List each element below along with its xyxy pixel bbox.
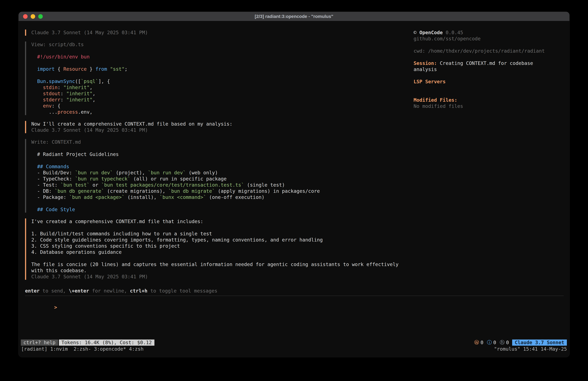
traffic-lights <box>23 12 43 21</box>
text-segment <box>31 85 43 90</box>
tmux-window-list[interactable]: [radiant] 1:nvim 2:zsh- 3:opencode* 4:zs… <box>21 346 144 352</box>
text-segment: "inherit" <box>66 97 93 103</box>
text-segment: - Build/Dev: <box>31 170 75 176</box>
assistant-message-block: Now I'll create a comprehensive CONTEXT.… <box>25 121 414 133</box>
text-line <box>414 42 564 48</box>
text-segment: 3. CSS styling conventions specific to t… <box>31 243 180 249</box>
text-segment <box>31 103 43 109</box>
text-line: ## Commands <box>31 163 414 170</box>
model-chip[interactable]: Claude 3.7 Sonnet <box>512 339 567 346</box>
text-segment: "inherit" <box>66 91 93 96</box>
hint-count: 0 <box>506 340 509 345</box>
text-line: No modified files <box>414 103 564 109</box>
tokens-cost-chip: Tokens: 16.4K (8%), Cost: $0.12 <box>59 339 154 346</box>
help-chip[interactable]: ctrl+? help <box>21 339 58 346</box>
text-line: github.com/sst/opencode <box>414 36 564 42</box>
text-segment: © <box>414 30 419 35</box>
text-segment: Claude 3.7 Sonnet (14 May 2025 03:41 PM) <box>31 274 148 279</box>
close-window-button[interactable] <box>23 14 28 19</box>
warning-count: 0 <box>481 340 483 345</box>
text-line: - DB: `bun db generate` (create migratio… <box>31 188 414 194</box>
text-segment: ## Commands <box>37 164 69 169</box>
text-line: View: script/db.ts <box>31 42 414 48</box>
text-segment: process <box>58 109 78 115</box>
text-segment: : { <box>52 103 60 109</box>
text-line <box>31 224 414 231</box>
status-bar-left: ctrl+? help Tokens: 16.4K (8%), Cost: $0… <box>21 339 154 346</box>
text-line: env: { <box>31 103 414 109</box>
text-segment: 1. Build/lint/test commands including ho… <box>31 231 212 237</box>
text-segment: `bun run dev` <box>75 170 113 176</box>
prompt-input[interactable]: > <box>25 298 564 316</box>
text-segment: "sst" <box>110 66 125 72</box>
text-segment: 0.0.45 <box>443 30 463 35</box>
text-line <box>31 48 414 54</box>
text-segment: for newline, <box>89 288 130 294</box>
text-segment: 2. Code style guidelines covering import… <box>31 237 323 243</box>
diagnostics-group: Ⓦ0ⓘ0ⓗ0 <box>474 339 509 346</box>
text-segment: - TypeCheck: <box>31 176 75 182</box>
message-footer-block: Claude 3.7 Sonnet (14 May 2025 03:41 PM) <box>25 29 414 36</box>
text-line <box>414 85 564 91</box>
text-segment: `psql` <box>81 78 98 84</box>
text-segment: I've created a comprehensive CONTEXT.md … <box>31 219 203 224</box>
text-segment: ... <box>31 109 58 115</box>
text-line: Now I'll create a comprehensive CONTEXT.… <box>31 121 414 127</box>
terminal-content: Claude 3.7 Sonnet (14 May 2025 03:41 PM)… <box>19 21 569 339</box>
text-segment: `bun test` <box>61 182 90 188</box>
text-line: © OpenCode 0.0.45 <box>414 29 564 36</box>
text-segment: (create migrations), <box>104 188 168 194</box>
text-segment <box>31 164 37 169</box>
info-diagnostic: ⓘ0 <box>487 339 496 346</box>
text-segment: github.com/sst/opencode <box>414 36 481 42</box>
text-line: ## Code Style <box>31 206 414 213</box>
minimize-window-button[interactable] <box>31 14 35 19</box>
text-segment: ], { <box>98 78 110 84</box>
text-segment: from <box>95 66 107 72</box>
text-segment: spawnSync <box>49 78 75 84</box>
session-sidebar: © OpenCode 0.0.45github.com/sst/opencode… <box>414 29 564 288</box>
zoom-window-button[interactable] <box>38 14 43 19</box>
text-line: #!/usr/bin/env bun <box>31 54 414 60</box>
text-segment: `bun add <package>` <box>69 194 125 200</box>
text-segment: or <box>89 182 101 188</box>
prompt-symbol: > <box>54 304 57 310</box>
text-segment <box>31 207 37 212</box>
info-icon: ⓘ <box>487 339 492 346</box>
text-segment: `bunx <command>` <box>160 194 206 200</box>
text-segment <box>31 66 37 72</box>
text-line: stdin: "inherit", <box>31 85 414 90</box>
text-segment: - DB: <box>31 188 55 194</box>
text-line: import { Resource } from "sst"; <box>31 66 414 72</box>
text-line <box>31 157 414 163</box>
text-segment: LSP Servers <box>414 79 446 85</box>
text-segment: ctrl+h <box>130 288 147 294</box>
window-titlebar[interactable]: [2/3] radiant:3:opencode - "romulus" <box>19 12 569 21</box>
text-line <box>31 255 414 261</box>
warning-icon: Ⓦ <box>474 339 479 346</box>
text-segment: cwd: /home/thdxr/dev/projects/radiant/ra… <box>414 48 545 54</box>
text-line: 1. Build/lint/test commands including ho… <box>31 231 414 237</box>
text-segment: enter <box>25 288 40 294</box>
text-segment: , <box>92 97 95 103</box>
text-line <box>414 72 564 79</box>
text-line <box>31 72 414 78</box>
text-line: Claude 3.7 Sonnet (14 May 2025 03:41 PM) <box>31 29 414 36</box>
text-segment: (one-off execution) <box>206 194 264 200</box>
text-segment: (all) or run in specific package <box>130 176 227 182</box>
tool-write-block: Write: CONTEXT.md # Radiant Project Guid… <box>25 139 414 213</box>
text-segment: .env <box>78 109 89 115</box>
text-line: # Radiant Project Guidelines <box>31 151 414 157</box>
text-segment: `bun run dev` <box>148 170 186 176</box>
assistant-summary-block: I've created a comprehensive CONTEXT.md … <box>25 218 414 280</box>
warning-diagnostic: Ⓦ0 <box>474 339 483 346</box>
text-segment: , <box>89 85 92 90</box>
text-line: Modified Files: <box>414 97 564 103</box>
text-line: I've created a comprehensive CONTEXT.md … <box>31 218 414 224</box>
text-segment: `bun db generate` <box>55 188 104 194</box>
text-segment: - Package: <box>31 194 69 200</box>
text-segment: 4. Database operations guidance <box>31 249 122 255</box>
info-count: 0 <box>493 340 496 345</box>
input-area: enter to send, \+enter for newline, ctrl… <box>25 288 564 339</box>
text-segment: : <box>58 85 63 90</box>
